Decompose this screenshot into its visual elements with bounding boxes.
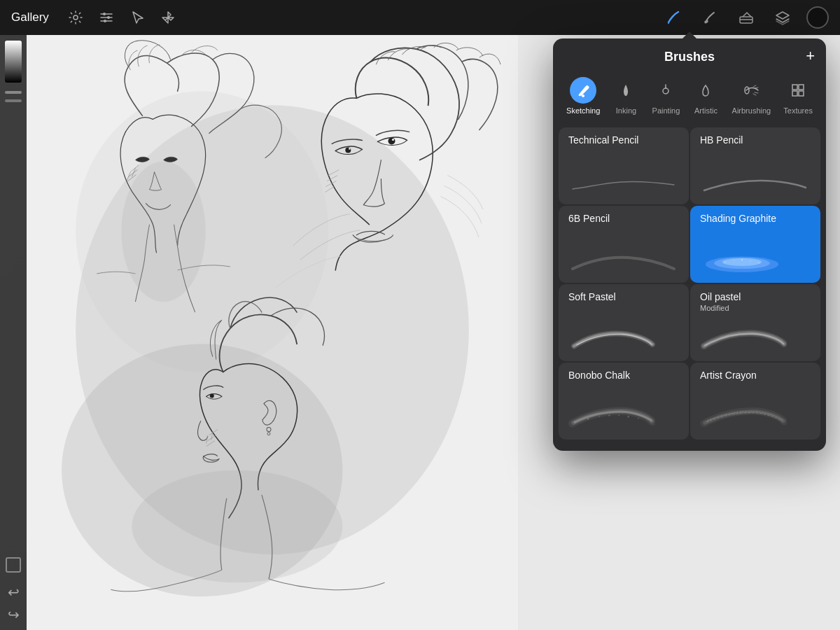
- tab-artistic[interactable]: Artistic: [687, 73, 724, 119]
- tab-textures[interactable]: Textures: [778, 73, 818, 119]
- svg-point-30: [733, 260, 734, 260]
- svg-point-0: [74, 15, 78, 20]
- svg-point-37: [618, 415, 620, 416]
- painting-label: Painting: [652, 106, 680, 115]
- svg-rect-25: [799, 91, 804, 96]
- right-tools: [661, 5, 829, 30]
- settings-icon[interactable]: [63, 5, 88, 30]
- inking-icon: [612, 77, 639, 104]
- svg-point-33: [758, 262, 760, 263]
- svg-rect-24: [792, 91, 797, 96]
- svg-point-17: [132, 470, 342, 582]
- redo-button[interactable]: ↪: [4, 605, 23, 624]
- transform-icon[interactable]: [155, 5, 181, 30]
- adjustments-icon[interactable]: [94, 5, 119, 30]
- color-swatch[interactable]: [5, 41, 22, 83]
- brush-tool-icon[interactable]: [661, 5, 686, 30]
- svg-point-12: [388, 137, 395, 144]
- tab-painting[interactable]: Painting: [647, 73, 686, 119]
- svg-point-1: [103, 13, 106, 15]
- undo-button[interactable]: ↩: [4, 582, 23, 602]
- svg-point-11: [349, 148, 350, 149]
- brush-hb-pencil[interactable]: HB Pencil: [690, 127, 820, 204]
- brush-bonobo-chalk[interactable]: Bonobo Chalk: [559, 363, 689, 440]
- left-tools: [63, 5, 181, 30]
- brush-grid: Technical Pencil HB Pencil 6B Pencil Sha…: [553, 127, 826, 440]
- artistic-label: Artistic: [694, 106, 718, 115]
- color-picker[interactable]: [806, 6, 829, 29]
- brushes-title: Brushes: [664, 50, 715, 64]
- tab-inking[interactable]: Inking: [607, 73, 645, 119]
- svg-rect-23: [799, 85, 804, 90]
- tab-sketching[interactable]: Sketching: [561, 73, 606, 119]
- svg-rect-22: [792, 85, 797, 90]
- svg-point-39: [638, 418, 639, 419]
- sketching-icon: [570, 77, 596, 104]
- brush-oil-pastel[interactable]: Oil pastel true Modified: [690, 284, 820, 361]
- size-slider[interactable]: [5, 99, 22, 102]
- textures-label: Textures: [783, 106, 813, 115]
- toolbar: Gallery: [0, 0, 840, 35]
- brush-shading-graphite[interactable]: Shading Graphite: [690, 206, 820, 283]
- tab-airbrushing[interactable]: Airbrushing: [727, 73, 777, 119]
- svg-point-36: [608, 414, 610, 416]
- airbrushing-icon: [738, 77, 764, 104]
- svg-point-2: [107, 16, 110, 19]
- brush-technical-pencil[interactable]: Technical Pencil: [559, 127, 689, 204]
- svg-point-31: [741, 259, 743, 260]
- brush-6b-pencil[interactable]: 6B Pencil: [559, 206, 689, 283]
- gallery-button[interactable]: Gallery: [11, 10, 49, 24]
- sketching-label: Sketching: [566, 106, 600, 115]
- opacity-slider[interactable]: [5, 91, 22, 94]
- svg-point-18: [121, 162, 205, 302]
- svg-point-32: [750, 260, 750, 261]
- svg-point-38: [627, 416, 629, 417]
- brushes-header: Brushes +: [553, 38, 826, 73]
- airbrushing-label: Airbrushing: [732, 106, 771, 115]
- layers-tool-icon[interactable]: [770, 5, 795, 30]
- svg-point-13: [392, 139, 394, 141]
- brush-soft-pastel[interactable]: Soft Pastel: [559, 284, 689, 361]
- svg-point-29: [724, 262, 726, 263]
- svg-point-35: [598, 416, 600, 417]
- brush-artist-crayon[interactable]: Artist Crayon: [690, 363, 820, 440]
- svg-point-14: [210, 393, 214, 398]
- tool-options[interactable]: [6, 557, 21, 573]
- category-tabs: Sketching Inking Painting: [553, 73, 826, 127]
- textures-icon: [785, 77, 811, 104]
- selection-icon[interactable]: [125, 5, 150, 30]
- brushes-panel: Brushes + Sketching Inking: [553, 38, 826, 451]
- svg-point-3: [104, 20, 106, 22]
- left-sidebar: ↩ ↪: [0, 35, 27, 630]
- painting-icon: [652, 77, 679, 104]
- add-brush-button[interactable]: +: [806, 48, 815, 64]
- inking-label: Inking: [616, 106, 636, 115]
- svg-point-19: [582, 94, 584, 97]
- smudge-tool-icon[interactable]: [697, 5, 722, 30]
- eraser-tool-icon[interactable]: [734, 5, 759, 30]
- canvas-area[interactable]: [0, 35, 518, 630]
- artistic-icon: [692, 77, 719, 104]
- svg-point-34: [587, 418, 589, 419]
- svg-point-20: [663, 88, 668, 94]
